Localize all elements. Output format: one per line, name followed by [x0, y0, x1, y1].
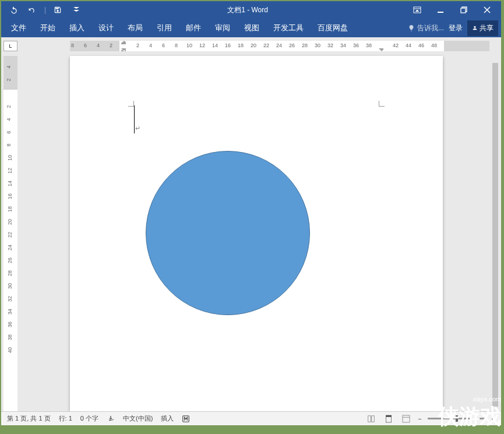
tab-design[interactable]: 设计 — [91, 19, 121, 37]
vertical-ruler[interactable]: 4 2 2 4 6 8 10 12 14 16 18 20 22 24 26 2… — [3, 56, 17, 425]
status-line[interactable]: 行: 1 — [59, 414, 72, 423]
zoom-in[interactable]: + — [492, 415, 495, 422]
quick-access-toolbar: | — [1, 3, 89, 17]
svg-rect-6 — [403, 415, 410, 422]
zoom-out[interactable]: − — [418, 415, 421, 422]
status-page[interactable]: 第 1 页, 共 1 页 — [7, 414, 51, 423]
tell-me-placeholder: 告诉我... — [417, 23, 444, 33]
view-print-icon[interactable] — [383, 414, 394, 424]
undo-button[interactable] — [7, 3, 21, 17]
tell-me-search[interactable]: 告诉我... — [408, 23, 444, 33]
login-link[interactable]: 登录 — [449, 23, 463, 33]
svg-rect-2 — [461, 8, 466, 13]
tab-view[interactable]: 视图 — [237, 19, 266, 37]
scroll-thumb[interactable] — [492, 63, 498, 407]
ribbon-options-button[interactable] — [406, 2, 428, 17]
spellcheck-icon[interactable] — [107, 415, 115, 423]
tab-insert[interactable]: 插入 — [62, 19, 91, 37]
view-web-icon[interactable] — [400, 414, 412, 424]
document-viewport[interactable]: ↵ — [17, 54, 501, 425]
tab-mailings[interactable]: 邮件 — [179, 19, 208, 37]
minimize-button[interactable] — [429, 2, 452, 17]
tab-selector[interactable]: L — [3, 41, 17, 51]
status-words[interactable]: 0 个字 — [80, 414, 98, 423]
svg-rect-1 — [438, 12, 443, 13]
svg-rect-5 — [386, 415, 391, 417]
status-right: − + — [365, 414, 495, 424]
title-bar: | 文档1 - Word — [1, 1, 501, 19]
text-cursor — [134, 105, 135, 133]
qa-customize-dropdown[interactable] — [69, 3, 83, 17]
status-insert-mode[interactable]: 插入 — [161, 414, 174, 423]
margin-corner-tl — [128, 101, 134, 107]
app-window: | 文档1 - Word 文件 开始 插入 — [1, 1, 501, 425]
tab-review[interactable]: 审阅 — [208, 19, 237, 37]
margin-corner-tr — [379, 101, 385, 107]
tab-references[interactable]: 引用 — [150, 19, 179, 37]
content-area: 4 2 2 4 6 8 10 12 14 16 18 20 22 24 26 2… — [1, 54, 501, 425]
window-controls — [406, 2, 501, 17]
paragraph-mark: ↵ — [135, 125, 140, 132]
restore-button[interactable] — [453, 2, 475, 17]
tab-layout[interactable]: 布局 — [121, 19, 150, 37]
share-button[interactable]: 共享 — [467, 20, 498, 36]
view-read-icon[interactable] — [365, 414, 377, 424]
indent-marker-left[interactable] — [121, 41, 126, 51]
zoom-slider[interactable] — [428, 418, 486, 419]
horizontal-ruler[interactable]: 8 6 4 2 2 4 6 8 10 12 14 16 18 20 22 24 … — [70, 41, 489, 51]
vertical-scrollbar[interactable] — [491, 54, 500, 412]
tab-developer[interactable]: 开发工具 — [266, 19, 311, 37]
macro-icon[interactable] — [182, 415, 190, 423]
horizontal-ruler-area: L 8 6 4 2 2 4 6 8 10 12 14 16 18 20 22 2… — [1, 40, 501, 54]
redo-button[interactable] — [26, 3, 40, 17]
share-label: 共享 — [480, 23, 494, 33]
document-page[interactable]: ↵ — [70, 56, 443, 423]
status-bar: 第 1 页, 共 1 页 行: 1 0 个字 中文(中国) 插入 − + — [1, 411, 501, 425]
tab-file[interactable]: 文件 — [4, 19, 33, 37]
status-language[interactable]: 中文(中国) — [123, 414, 153, 423]
circle-shape[interactable] — [146, 151, 310, 315]
ribbon-tabs: 文件 开始 插入 设计 布局 引用 邮件 审阅 视图 开发工具 百度网盘 告诉我… — [1, 19, 501, 37]
indent-marker-right[interactable] — [379, 41, 383, 51]
save-button[interactable] — [51, 3, 65, 17]
tab-baidu[interactable]: 百度网盘 — [311, 19, 355, 37]
close-button[interactable] — [476, 2, 498, 17]
window-title: 文档1 - Word — [89, 5, 406, 15]
tab-home[interactable]: 开始 — [33, 19, 62, 37]
